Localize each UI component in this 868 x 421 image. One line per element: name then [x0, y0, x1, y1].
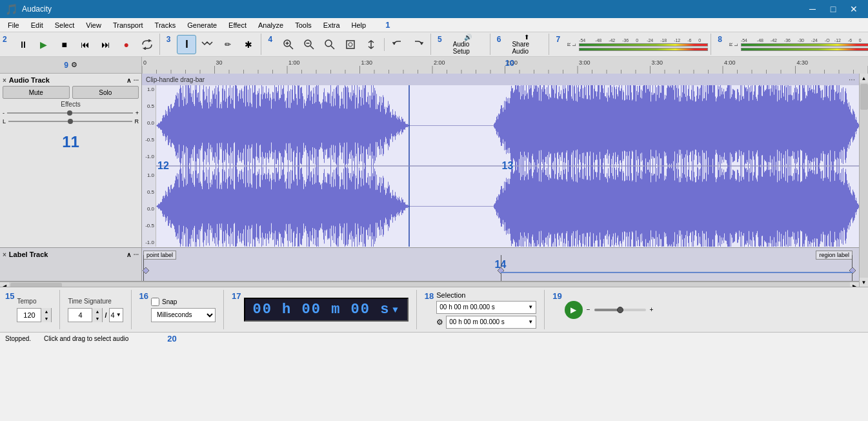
hscroll-left-button[interactable]: ◀: [0, 282, 9, 287]
gain-slider[interactable]: [7, 112, 133, 114]
scale-neg-1-0-b: -1.0: [145, 240, 154, 245]
volume-slider[interactable]: [594, 309, 646, 311]
vscroll-up-button[interactable]: ▲: [860, 74, 869, 83]
menu-select[interactable]: Select: [50, 19, 80, 32]
skip-back-button[interactable]: ⏮: [76, 35, 95, 54]
label-track-menu-button[interactable]: ···: [134, 251, 139, 258]
menu-analyze[interactable]: Analyze: [253, 19, 288, 32]
tempo-spinbox[interactable]: ▲ ▼: [17, 308, 52, 322]
tempo-up-button[interactable]: ▲: [41, 308, 51, 315]
tempo-section: 15 Tempo ▲ ▼: [5, 290, 60, 329]
sig-num-down-button[interactable]: ▼: [92, 315, 102, 322]
time-dropdown-button[interactable]: ▼: [392, 305, 399, 315]
label-track-content[interactable]: point label region label 14: [142, 248, 859, 281]
sel-start-dropdown[interactable]: ▼: [528, 304, 533, 310]
stop-button[interactable]: ■: [55, 35, 74, 54]
share-audio-icon: ⬆: [524, 34, 529, 41]
tempo-down-button[interactable]: ▼: [41, 315, 51, 322]
pan-slider[interactable]: [8, 121, 132, 122]
vertical-scrollbar[interactable]: ▲ ▼: [859, 74, 868, 287]
sig-num-input[interactable]: [68, 311, 92, 319]
sel-end-input[interactable]: 00 h 00 m 00.000 s ▼: [446, 316, 536, 329]
label-point-diamond: [142, 267, 150, 276]
loop-button[interactable]: [137, 35, 157, 54]
effects-label: Effects: [3, 101, 139, 108]
maximize-button[interactable]: □: [824, 3, 842, 15]
label-track-header: × Label Track ∧ ···: [3, 251, 139, 258]
snap-checkbox[interactable]: [151, 298, 159, 306]
sig-num-up-button[interactable]: ▲: [92, 308, 102, 315]
svg-line-8: [331, 46, 334, 49]
record-button[interactable]: ●: [117, 35, 136, 54]
pause-button[interactable]: ⏸: [14, 35, 33, 54]
toolbar-num-6: 6: [497, 34, 501, 44]
multi-tool-button[interactable]: ✱: [239, 35, 258, 54]
zoom-fit-button[interactable]: [341, 35, 360, 54]
minimize-button[interactable]: ─: [803, 3, 822, 15]
vu-input-lr: LR: [567, 43, 577, 46]
mute-button[interactable]: Mute: [3, 86, 70, 99]
skip-fwd-button[interactable]: ⏭: [96, 35, 116, 54]
menu-help[interactable]: Help: [347, 19, 372, 32]
region-label[interactable]: region label: [816, 251, 853, 260]
close-button[interactable]: ✕: [845, 3, 863, 15]
draw-tool-button[interactable]: ✏: [218, 35, 237, 54]
vscroll-thumb[interactable]: [860, 84, 868, 110]
sig-num-spinbox[interactable]: ▲ ▼: [68, 308, 103, 322]
horizontal-scrollbar[interactable]: ◀ ▶: [0, 282, 859, 287]
sig-den-select[interactable]: 4 ▼: [109, 308, 123, 322]
share-audio-button[interactable]: ⬆ Share Audio: [507, 35, 546, 54]
time-value: 00 h 00 m 00 s: [253, 302, 390, 318]
zoom-out-button[interactable]: [299, 35, 319, 54]
settings-gear-icon: ⚙: [71, 61, 77, 69]
label-region-end-diamond: [849, 267, 856, 276]
menu-transport[interactable]: Transport: [108, 19, 148, 32]
waveform-area[interactable]: Clip-handle drag-bar ··· 1.0 0.5 0.0 -0.…: [142, 74, 859, 247]
audio-track-menu-button[interactable]: ···: [134, 77, 139, 84]
menu-edit[interactable]: Edit: [26, 19, 48, 32]
snap-unit-dropdown[interactable]: Milliseconds: [151, 308, 216, 322]
solo-button[interactable]: Solo: [72, 86, 139, 99]
menu-file[interactable]: File: [3, 19, 25, 32]
envelope-tool-button[interactable]: [197, 35, 217, 54]
menu-effect[interactable]: Effect: [223, 19, 252, 32]
toolbar-num-7: 7: [556, 34, 560, 44]
hscroll-track[interactable]: [9, 282, 850, 287]
settings-small-icon[interactable]: ⚙: [436, 318, 443, 327]
tracks-container: × Audio Track ∧ ··· Mute Solo Effects - …: [0, 74, 859, 287]
audio-track-collapse-button[interactable]: ∧: [126, 77, 131, 84]
menu-view[interactable]: View: [81, 19, 106, 32]
play-button[interactable]: ▶: [34, 35, 54, 54]
menu-generate[interactable]: Generate: [182, 19, 222, 32]
label-track-close-button[interactable]: ×: [3, 251, 6, 258]
menu-tools[interactable]: Tools: [290, 19, 317, 32]
tempo-input[interactable]: [17, 311, 41, 319]
menu-extra[interactable]: Extra: [318, 19, 345, 32]
menu-tracks[interactable]: Tracks: [150, 19, 181, 32]
audio-setup-button[interactable]: 🔊 Audio Setup: [449, 35, 487, 54]
hscroll-right-button[interactable]: ▶: [850, 282, 859, 287]
zoom-wave-button[interactable]: [361, 35, 381, 54]
play-big-button[interactable]: ▶: [565, 301, 583, 319]
select-tool-button[interactable]: I: [177, 35, 196, 54]
point-label[interactable]: point label: [143, 251, 176, 260]
vscroll-down-button[interactable]: ▼: [860, 278, 869, 287]
zoom-in-button[interactable]: [279, 35, 298, 54]
label-track-collapse-button[interactable]: ∧: [126, 251, 131, 258]
redo-button[interactable]: [409, 35, 428, 54]
undo-button[interactable]: [388, 35, 407, 54]
waveform-canvas-wrapper[interactable]: 12 13: [156, 85, 859, 247]
sel-start-input[interactable]: 00 h 00 m 00.000 s ▼: [436, 301, 536, 314]
hscroll-thumb[interactable]: [10, 283, 62, 287]
selection-label-row: Selection: [436, 291, 536, 299]
sel-end-dropdown[interactable]: ▼: [528, 319, 533, 325]
time-display[interactable]: 00 h 00 m 00 s ▼: [244, 298, 409, 322]
audio-track-close-button[interactable]: ×: [3, 77, 6, 84]
statusbar: Stopped. Click and drag to select audio …: [0, 332, 868, 345]
track-num-11: 11: [3, 127, 139, 158]
track-num-13: 13: [502, 160, 514, 172]
clip-menu-button[interactable]: ···: [849, 75, 855, 84]
zoom-sel-button[interactable]: [320, 35, 339, 54]
time-sig-controls: Time Signature ▲ ▼ / 4 ▼: [68, 298, 123, 322]
timeline-settings-btn[interactable]: 9 ⚙: [0, 57, 142, 73]
